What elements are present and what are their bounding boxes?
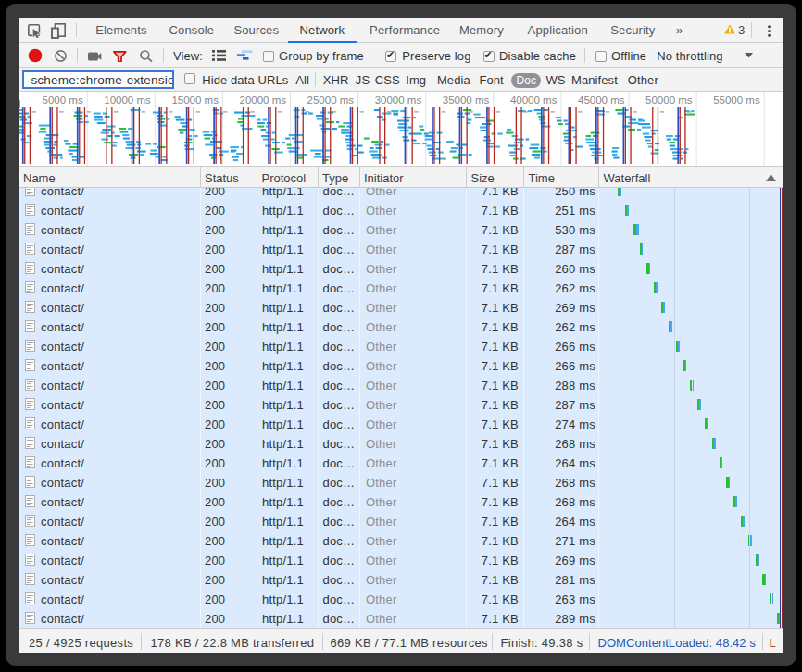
svg-text:5000 ms: 5000 ms — [43, 94, 83, 106]
svg-text:30000 ms: 30000 ms — [375, 94, 422, 106]
svg-text:45000 ms: 45000 ms — [578, 94, 625, 106]
svg-text:15000 ms: 15000 ms — [171, 94, 219, 106]
svg-text:40000 ms: 40000 ms — [510, 94, 558, 106]
svg-text:55000 ms: 55000 ms — [713, 94, 760, 106]
svg-text:20000 ms: 20000 ms — [239, 94, 286, 106]
svg-text:50000 ms: 50000 ms — [645, 94, 693, 106]
svg-text:10000 ms: 10000 ms — [104, 94, 151, 106]
svg-text:25000 ms: 25000 ms — [307, 94, 355, 106]
svg-text:35000 ms: 35000 ms — [443, 94, 490, 106]
